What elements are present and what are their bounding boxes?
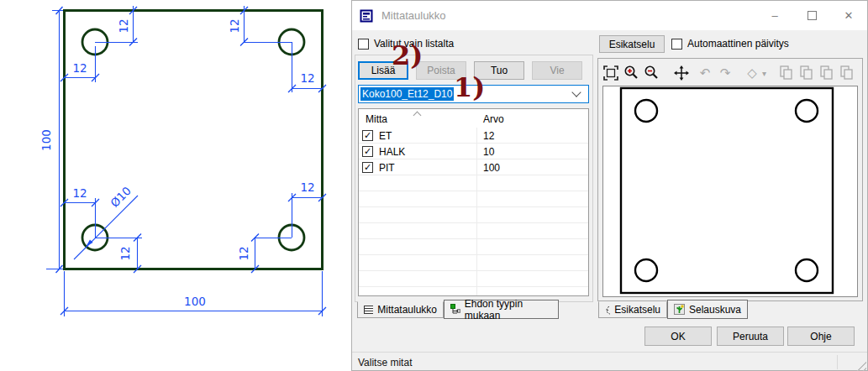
- column-header-mitta[interactable]: Mitta: [366, 113, 387, 125]
- window-title: Mittataulukko: [381, 9, 446, 22]
- pan-icon[interactable]: [671, 63, 692, 83]
- dim-bl-horiz-lines: [65, 198, 96, 238]
- auto-update-label: Automaattinen päivitys: [687, 38, 789, 50]
- auto-update-row[interactable]: Automaattinen päivitys: [671, 38, 789, 50]
- dim-tl-vert-label: 12: [117, 18, 130, 33]
- sort-ascending-icon: [413, 112, 422, 120]
- preview-group: ↶ ↷ ◇ ▾: [597, 58, 863, 301]
- status-text: Valitse mitat: [358, 357, 412, 368]
- maximize-icon: [808, 11, 817, 20]
- redo-icon: ↷: [715, 63, 735, 83]
- export-button: Vie: [532, 61, 582, 80]
- paste-icon: [776, 63, 797, 83]
- zoom-out-icon[interactable]: [641, 63, 661, 83]
- dim-height-label: 100: [39, 129, 53, 151]
- target-icon: [605, 305, 610, 316]
- dim-diameter-arrow: [86, 239, 92, 246]
- dim-bl-vert-label: 12: [118, 246, 132, 260]
- preview-hole: [635, 100, 657, 122]
- dim-tr-horiz-lines: [292, 42, 323, 92]
- dim-br-horiz-lines: [292, 193, 323, 238]
- tab-esikatselu[interactable]: Esikatselu: [598, 301, 667, 318]
- paste-icon: [837, 63, 857, 83]
- zoom-extents-icon[interactable]: [601, 63, 621, 83]
- tab-ehdon-tyypin-mukaan[interactable]: Ehdon tyypin mukaan: [444, 300, 559, 319]
- table-body: ✓ ET 12 ✓ HALK 10 ✓ PIT 100: [359, 128, 588, 295]
- tab-label: Selauskuva: [689, 304, 741, 316]
- dim-tl-horiz-label: 12: [72, 61, 87, 75]
- dimension-table: Mitta Arvo ✓ ET 12 ✓ HALK 10 ✓ PIT: [358, 108, 589, 296]
- tab-selauskuva[interactable]: Selauskuva: [667, 300, 748, 319]
- status-separator: [837, 355, 838, 369]
- table-row[interactable]: ✓ HALK 10: [359, 144, 588, 159]
- titlebar[interactable]: Mittataulukko – ✕: [352, 1, 867, 30]
- dim-tr-horiz-label: 12: [300, 71, 314, 85]
- close-button[interactable]: ✕: [830, 1, 867, 30]
- dim-diameter-label: Ø10: [108, 184, 134, 210]
- row-checkbox[interactable]: ✓: [362, 130, 373, 141]
- preview-hole: [796, 259, 818, 281]
- window-controls: – ✕: [756, 1, 867, 30]
- center-point-icon: ◇: [742, 63, 762, 83]
- paste-icon: [817, 63, 837, 83]
- dropdown-caret-icon: ▾: [762, 69, 766, 78]
- preview-drawing-svg: [603, 86, 857, 296]
- auto-update-checkbox[interactable]: [671, 39, 682, 50]
- row-name: HALK: [379, 146, 405, 158]
- ok-button[interactable]: OK: [644, 327, 712, 346]
- dim-tr-vert-label: 12: [228, 18, 241, 33]
- table-row[interactable]: ✓ PIT 100: [359, 159, 588, 175]
- preview-hole: [635, 259, 657, 281]
- preview-button[interactable]: Esikatselu: [599, 35, 665, 53]
- dim-width-label: 100: [184, 295, 206, 308]
- annotation-step-1: 1): [454, 74, 485, 101]
- dim-br-vert-lines: [255, 238, 292, 269]
- app-icon: [360, 9, 373, 23]
- filter-checkbox[interactable]: [358, 39, 369, 50]
- row-checkbox[interactable]: ✓: [362, 162, 373, 173]
- tab-label: Esikatselu: [614, 304, 660, 316]
- dim-br-vert-label: 12: [237, 246, 250, 260]
- paste-icon: [797, 63, 817, 83]
- annotation-step-2: 2): [392, 42, 423, 69]
- maximize-button[interactable]: [793, 1, 830, 30]
- tab-label: Ehdon tyypin mukaan: [465, 298, 552, 321]
- preview-viewport[interactable]: [602, 86, 858, 297]
- tab-mittataulukko[interactable]: Mittataulukko: [357, 301, 444, 318]
- tree-icon: [450, 304, 460, 315]
- row-name: PIT: [379, 162, 395, 174]
- table-header: Mitta Arvo: [359, 109, 588, 128]
- screen: 100 100 12 12 12 12 12 12: [0, 0, 868, 371]
- row-name: ET: [379, 130, 392, 142]
- table-row[interactable]: ✓ ET 12: [359, 128, 588, 144]
- status-bar: Valitse mitat: [352, 352, 867, 371]
- help-button[interactable]: Ohje: [787, 327, 855, 346]
- mittataulukko-dialog: Mittataulukko – ✕ Valitut vain listalta …: [351, 0, 868, 371]
- tab-label: Mittataulukko: [377, 304, 437, 316]
- row-value: 100: [483, 162, 500, 174]
- cancel-button[interactable]: Peruuta: [717, 327, 784, 346]
- undo-icon: ↶: [695, 63, 715, 83]
- preview-toolbar: ↶ ↷ ◇ ▾: [598, 59, 862, 85]
- dim-br-horiz-label: 12: [300, 180, 314, 194]
- zoom-in-icon[interactable]: [621, 63, 641, 83]
- row-checkbox[interactable]: ✓: [362, 146, 373, 157]
- combobox-selected-value: Koko100_Et12_D10: [360, 87, 454, 101]
- row-value: 12: [483, 130, 494, 142]
- column-header-arvo[interactable]: Arvo: [483, 113, 504, 125]
- cad-drawing-svg: 100 100 12 12 12 12 12 12: [0, 0, 351, 371]
- row-value: 10: [483, 146, 494, 158]
- minimize-button[interactable]: –: [756, 1, 793, 30]
- dim-width-lines: [65, 271, 323, 316]
- table-icon: [364, 305, 373, 315]
- plant-icon: [674, 304, 685, 315]
- chevron-down-icon[interactable]: [571, 87, 581, 97]
- resize-grip-icon[interactable]: [856, 361, 866, 371]
- preview-hole: [796, 100, 818, 122]
- cad-drawing-view: 100 100 12 12 12 12 12 12: [0, 0, 351, 371]
- dim-bl-horiz-label: 12: [72, 186, 87, 200]
